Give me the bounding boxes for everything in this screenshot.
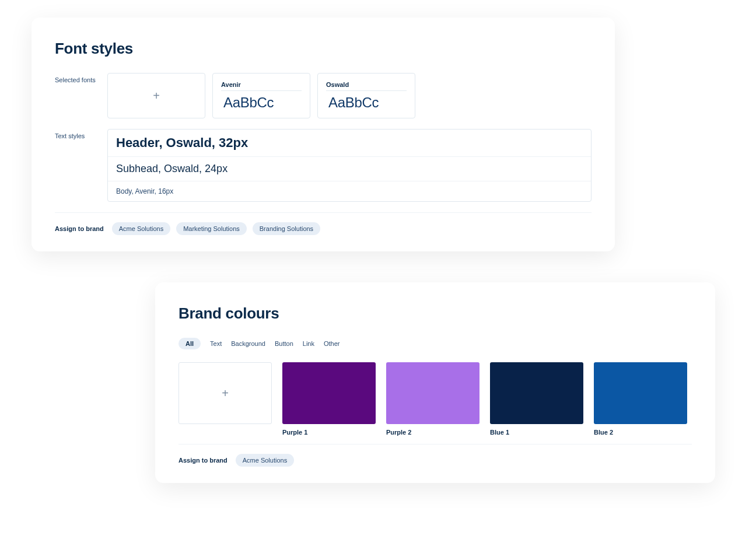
font-styles-panel: Font styles Selected fonts + Avenir AaBb… (32, 18, 615, 251)
brand-chip[interactable]: Branding Solutions (253, 222, 320, 235)
text-style-subhead[interactable]: Subhead, Oswald, 24px (108, 157, 591, 181)
swatch-label: Blue 1 (490, 429, 583, 436)
text-style-header[interactable]: Header, Oswald, 32px (108, 130, 591, 157)
swatch-row: + Purple 1 Purple 2 Blue 1 Blue 2 (178, 362, 692, 436)
assign-label: Assign to brand (178, 457, 228, 464)
font-sample: AaBbCc (221, 94, 302, 111)
brand-chip[interactable]: Acme Solutions (236, 454, 294, 467)
add-font-button[interactable]: + (107, 73, 205, 118)
swatch-purple-1[interactable] (282, 362, 376, 424)
selected-fonts-row: Selected fonts + Avenir AaBbCc Oswald Aa… (55, 73, 592, 118)
add-colour-col: + (178, 362, 272, 436)
filter-text[interactable]: Text (210, 340, 222, 347)
assign-to-brand-row: Assign to brand Acme Solutions Marketing… (55, 222, 592, 235)
font-name: Oswald (326, 81, 407, 91)
font-sample: AaBbCc (326, 94, 407, 111)
swatch-col: Purple 2 (386, 362, 480, 436)
plus-icon: + (153, 90, 160, 102)
swatch-purple-2[interactable] (386, 362, 480, 424)
font-card-avenir[interactable]: Avenir AaBbCc (212, 73, 310, 118)
colour-filter-row: All Text Background Button Link Other (178, 338, 692, 349)
filter-other[interactable]: Other (324, 340, 340, 347)
filter-link[interactable]: Link (303, 340, 314, 347)
text-styles-row: Text styles Header, Oswald, 32px Subhead… (55, 129, 592, 202)
swatch-col: Blue 1 (490, 362, 583, 436)
font-name: Avenir (221, 81, 302, 91)
text-styles-list: Header, Oswald, 32px Subhead, Oswald, 24… (107, 129, 592, 202)
divider (178, 444, 692, 444)
plus-icon: + (222, 387, 229, 399)
brand-colours-title: Brand colours (178, 304, 692, 323)
selected-fonts-label: Selected fonts (55, 73, 107, 83)
assign-to-brand-row: Assign to brand Acme Solutions (178, 454, 692, 467)
swatch-blue-2[interactable] (594, 362, 687, 424)
font-styles-title: Font styles (55, 40, 592, 58)
font-cards: + Avenir AaBbCc Oswald AaBbCc (107, 73, 415, 118)
filter-background[interactable]: Background (231, 340, 265, 347)
swatch-label: Purple 2 (386, 429, 480, 436)
divider (55, 212, 592, 213)
filter-all[interactable]: All (178, 338, 201, 349)
swatch-label: Purple 1 (282, 429, 376, 436)
brand-chip[interactable]: Marketing Solutions (176, 222, 247, 235)
text-style-body[interactable]: Body, Avenir, 16px (108, 181, 591, 201)
swatch-blue-1[interactable] (490, 362, 583, 424)
swatch-col: Purple 1 (282, 362, 376, 436)
add-colour-button[interactable]: + (178, 362, 272, 424)
text-styles-label: Text styles (55, 129, 107, 139)
filter-button[interactable]: Button (275, 340, 293, 347)
font-card-oswald[interactable]: Oswald AaBbCc (317, 73, 415, 118)
brand-colours-panel: Brand colours All Text Background Button… (155, 282, 715, 483)
brand-chip[interactable]: Acme Solutions (112, 222, 170, 235)
swatch-label: Blue 2 (594, 429, 687, 436)
swatch-col: Blue 2 (594, 362, 687, 436)
assign-label: Assign to brand (55, 225, 104, 232)
